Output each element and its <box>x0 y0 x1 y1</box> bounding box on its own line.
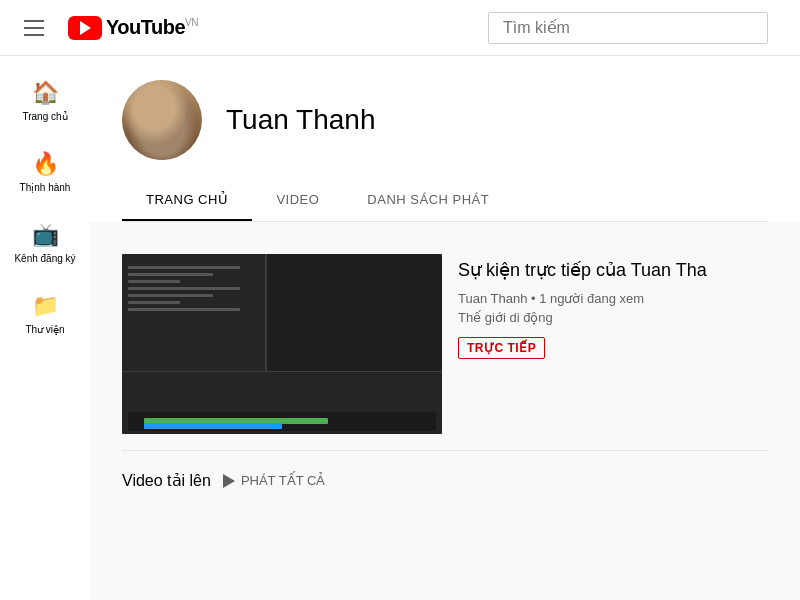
channel-info: Tuan Thanh <box>122 80 768 160</box>
sidebar-label-home: Trang chủ <box>22 110 67 123</box>
sidebar-label-subscriptions: Kênh đăng ký <box>14 252 75 265</box>
search-input[interactable] <box>488 12 768 44</box>
video-category: Thế giới di động <box>458 310 768 325</box>
avatar-image <box>122 80 202 160</box>
content: Tuan Thanh TRANG CHỦ VIDEO DANH SÁCH PHÁ… <box>90 56 800 600</box>
video-title: Sự kiện trực tiếp của Tuan Tha <box>458 258 768 283</box>
sidebar-item-subscriptions[interactable]: 📺 Kênh đăng ký <box>0 210 90 277</box>
sidebar-item-home[interactable]: 🏠 Trang chủ <box>0 68 90 135</box>
logo[interactable]: YouTubeVN <box>68 16 198 40</box>
play-all-button[interactable]: PHÁT TẤT CẢ <box>223 473 325 488</box>
sidebar-item-library[interactable]: 📁 Thư viện <box>0 281 90 348</box>
channel-tabs: TRANG CHỦ VIDEO DANH SÁCH PHÁT <box>122 180 768 222</box>
live-badge: TRỰC TIẾP <box>458 337 545 359</box>
channel-header: Tuan Thanh TRANG CHỦ VIDEO DANH SÁCH PHÁ… <box>90 56 800 222</box>
sidebar-label-trending: Thịnh hành <box>20 181 71 194</box>
tab-home[interactable]: TRANG CHỦ <box>122 180 252 221</box>
video-info: Sự kiện trực tiếp của Tuan Tha Tuan Than… <box>458 254 768 434</box>
trending-icon: 🔥 <box>32 151 59 177</box>
search-bar <box>488 12 768 44</box>
channel-avatar <box>122 80 202 160</box>
main-layout: 🏠 Trang chủ 🔥 Thịnh hành 📺 Kênh đăng ký … <box>0 56 800 600</box>
menu-button[interactable] <box>16 12 52 44</box>
youtube-logo-icon <box>68 16 102 40</box>
channel-name: Tuan Thanh <box>226 104 375 136</box>
video-meta: Tuan Thanh • 1 người đang xem <box>458 291 768 306</box>
sidebar: 🏠 Trang chủ 🔥 Thịnh hành 📺 Kênh đăng ký … <box>0 56 90 600</box>
tab-playlists[interactable]: DANH SÁCH PHÁT <box>343 180 513 221</box>
section-title: Video tải lên <box>122 471 211 490</box>
play-all-icon <box>223 474 235 488</box>
subscriptions-icon: 📺 <box>32 222 59 248</box>
play-all-label: PHÁT TẤT CẢ <box>241 473 325 488</box>
video-thumbnail[interactable] <box>122 254 442 434</box>
sidebar-item-trending[interactable]: 🔥 Thịnh hành <box>0 139 90 206</box>
header-left: YouTubeVN <box>16 12 198 44</box>
logo-text: YouTubeVN <box>106 16 198 39</box>
content-body: Sự kiện trực tiếp của Tuan Tha Tuan Than… <box>90 222 800 514</box>
library-icon: 📁 <box>32 293 59 319</box>
tab-videos[interactable]: VIDEO <box>252 180 343 221</box>
video-section-header: Video tải lên PHÁT TẤT CẢ <box>122 451 768 498</box>
thumbnail-preview <box>122 254 442 434</box>
header: YouTubeVN <box>0 0 800 56</box>
sidebar-label-library: Thư viện <box>25 323 64 336</box>
featured-video-item: Sự kiện trực tiếp của Tuan Tha Tuan Than… <box>122 238 768 451</box>
home-icon: 🏠 <box>32 80 59 106</box>
